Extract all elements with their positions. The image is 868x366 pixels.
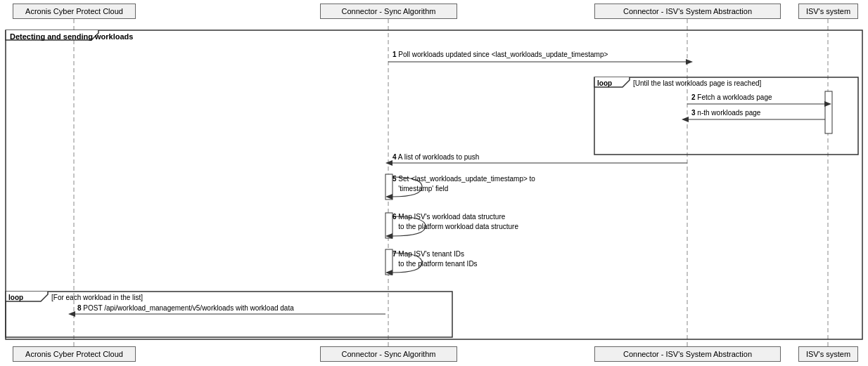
svg-marker-12 [686,59,693,65]
svg-rect-7 [385,174,392,200]
msg6-label: 6 Map ISV's workload data structure to t… [392,212,518,232]
msg5-label: 5 Set <last_workloads_update_timestamp> … [392,174,535,194]
actor-connector: Connector - Sync Algorithm [320,4,457,19]
loop2-tag: loop [8,294,23,301]
msg3-label: 3 n-th workloads page [691,109,760,117]
msg4-label: 4 A list of workloads to push [392,153,479,161]
actor-isvsystem-bottom: ISV's system [798,346,858,362]
svg-marker-21 [385,270,392,275]
outer-frame-label: Detecting and sending workloads [10,32,133,41]
svg-rect-10 [825,91,832,133]
msg8-label: 8 POST /api/workload_management/v5/workl… [77,304,294,312]
svg-rect-9 [385,249,392,275]
loop1-tag: loop [597,79,612,87]
svg-marker-18 [385,160,392,166]
sequence-diagram: Acronis Cyber Protect Cloud Connector - … [0,0,868,366]
svg-marker-16 [682,117,689,122]
actor-acronis-bottom: Acronis Cyber Protect Cloud [13,346,136,362]
svg-marker-14 [824,101,831,107]
actor-isvsystem: ISV's system [798,4,858,19]
svg-rect-8 [385,213,392,238]
msg1-label: 1 Poll workloads updated since <last_wor… [392,51,608,58]
msg7-label: 7 Map ISV's tenant IDs to the platform t… [392,249,478,269]
loop2-condition: [For each workload in the list] [51,294,143,301]
actor-acronis: Acronis Cyber Protect Cloud [13,4,136,19]
actor-connector-bottom: Connector - Sync Algorithm [320,346,457,362]
svg-marker-20 [385,233,392,239]
actor-abstraction: Connector - ISV's System Abstraction [594,4,781,19]
svg-marker-19 [385,194,392,200]
svg-marker-23 [68,311,75,317]
actor-abstraction-bottom: Connector - ISV's System Abstraction [594,346,781,362]
msg2-label: 2 Fetch a workloads page [691,93,772,101]
loop1-condition: [Until the last workloads page is reache… [633,79,761,87]
